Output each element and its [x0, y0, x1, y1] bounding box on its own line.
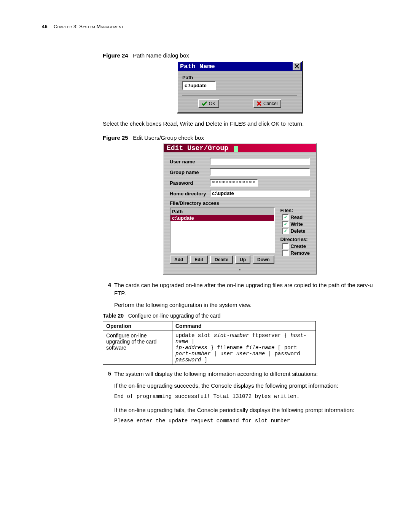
- write-label: Write: [290, 221, 303, 227]
- path-label: Path: [182, 75, 297, 80]
- ok-label: OK: [209, 101, 215, 106]
- step-4-line2: Perform the following configuration in t…: [114, 301, 377, 309]
- homedir-label: Home directory: [170, 191, 210, 197]
- operation-cell: Configure on-line upgrading of the card …: [103, 331, 172, 365]
- dialog-titlebar: Path Name: [178, 62, 302, 71]
- create-label: Create: [290, 243, 306, 249]
- path-input[interactable]: c:\update: [182, 81, 216, 90]
- command-cell: update slot slot-number ftpserver { host…: [172, 331, 316, 365]
- close-icon: [295, 64, 299, 69]
- ok-button[interactable]: OK: [198, 99, 219, 108]
- homedir-input[interactable]: c:\update: [210, 190, 310, 197]
- dialog-title: Edit User/Group: [167, 144, 228, 152]
- step-number: 5: [103, 370, 111, 431]
- figure-24-label: Figure 24: [103, 52, 128, 59]
- up-button[interactable]: Up: [235, 256, 250, 264]
- table-20-label: Table 20: [103, 313, 124, 319]
- step-5: 5 The system will display the following …: [103, 370, 377, 431]
- path-name-dialog: Path Name Path c:\update OK Cancel: [177, 61, 303, 113]
- add-button[interactable]: Add: [170, 256, 188, 264]
- col-command: Command: [172, 321, 316, 331]
- username-label: User name: [170, 159, 210, 165]
- console-output-success: End of programming successful! Total 131…: [114, 393, 377, 400]
- read-checkbox[interactable]: [282, 214, 289, 220]
- table-20-caption: Table 20 Configure on-line upgrading of …: [103, 313, 377, 319]
- close-button[interactable]: [293, 62, 301, 70]
- username-input[interactable]: [210, 158, 310, 165]
- remove-checkbox[interactable]: [282, 250, 289, 256]
- table-20-text: Configure on-line upgrading of the card: [128, 313, 221, 319]
- cancel-label: Cancel: [263, 101, 277, 106]
- instruction-paragraph: Select the check boxes Read, Write and D…: [103, 120, 377, 128]
- console-output-fail: Please enter the update request command …: [114, 417, 377, 425]
- path-list-item-selected[interactable]: c:\update: [170, 215, 274, 221]
- down-button[interactable]: Down: [253, 256, 274, 264]
- delete-label: Delete: [290, 228, 305, 234]
- delete-button[interactable]: Delete: [210, 256, 233, 264]
- password-label: Password: [170, 180, 210, 186]
- write-checkbox[interactable]: [282, 221, 289, 227]
- resize-handle-icon: ▪: [164, 267, 316, 274]
- groupname-label: Group name: [170, 169, 210, 175]
- remove-label: Remove: [290, 250, 310, 256]
- figure-25-caption: Figure 25 Edit Users/Group check box: [103, 134, 377, 141]
- command-table: Operation Command Configure on-line upgr…: [103, 321, 316, 365]
- read-label: Read: [290, 214, 303, 220]
- file-directory-access-label: File/Directory access: [170, 200, 310, 206]
- running-header: 46 Chapter 3: System Management: [42, 24, 377, 29]
- step-5-line1: The system will display the following in…: [114, 370, 377, 378]
- cancel-button[interactable]: Cancel: [253, 99, 281, 108]
- files-section-label: Files:: [280, 208, 310, 213]
- figure-25-label: Figure 25: [103, 134, 128, 141]
- chapter-title: Chapter 3: System Management: [54, 24, 123, 29]
- figure-24-text: Path Name dialog box: [133, 52, 189, 59]
- delete-checkbox[interactable]: [282, 228, 289, 234]
- title-cursor-icon: [234, 146, 238, 152]
- edit-user-group-dialog: Edit User/Group User name Group name Pas…: [163, 143, 317, 275]
- directories-section-label: Directories:: [280, 236, 310, 242]
- step-5-line3: If the on-line upgrading fails, the Cons…: [114, 406, 377, 414]
- groupname-input[interactable]: [210, 168, 310, 176]
- step-4-line1: The cards can be upgraded on-line after …: [114, 281, 377, 297]
- create-checkbox[interactable]: [282, 243, 289, 249]
- dialog-titlebar: Edit User/Group: [164, 144, 316, 152]
- step-5-line2: If the on-line upgrading succeeds, the C…: [114, 382, 377, 390]
- dialog-title: Path Name: [180, 63, 215, 70]
- step-number: 4: [103, 281, 111, 309]
- path-column-header: Path: [170, 208, 274, 215]
- password-input[interactable]: *************: [210, 179, 258, 187]
- edit-button[interactable]: Edit: [190, 256, 208, 264]
- x-icon: [256, 101, 262, 106]
- path-listbox[interactable]: Path c:\update: [170, 208, 275, 253]
- col-operation: Operation: [103, 321, 172, 331]
- figure-24-caption: Figure 24 Path Name dialog box: [103, 52, 377, 59]
- step-4: 4 The cards can be upgraded on-line afte…: [103, 281, 377, 309]
- figure-25-text: Edit Users/Group check box: [133, 134, 204, 141]
- page-number: 46: [42, 24, 48, 29]
- check-icon: [201, 101, 207, 106]
